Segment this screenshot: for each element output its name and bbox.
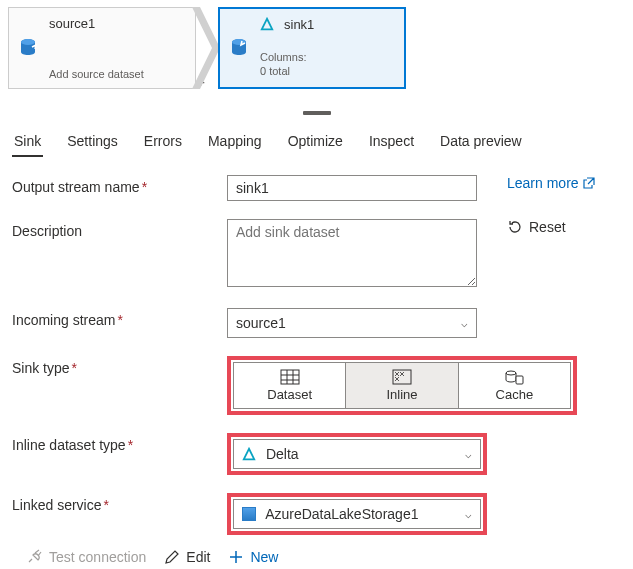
tab-errors[interactable]: Errors bbox=[142, 127, 184, 157]
flow-canvas: source1 Add source dataset + sink1 bbox=[0, 0, 633, 95]
svg-rect-7 bbox=[516, 376, 523, 384]
edit-button[interactable]: Edit bbox=[164, 549, 210, 565]
sink-type-group-highlight: Dataset Inline Cache bbox=[227, 356, 577, 415]
plus-icon bbox=[228, 549, 244, 565]
tab-sink[interactable]: Sink bbox=[12, 127, 43, 157]
database-sink-icon bbox=[227, 36, 251, 60]
storage-icon bbox=[242, 507, 256, 521]
tab-bar: Sink Settings Errors Mapping Optimize In… bbox=[0, 117, 633, 157]
inline-dataset-type-label: Inline dataset type* bbox=[12, 433, 227, 453]
tab-mapping[interactable]: Mapping bbox=[206, 127, 264, 157]
inline-dataset-highlight: Delta ⌵ bbox=[227, 433, 487, 475]
sink-type-cache[interactable]: Cache bbox=[459, 362, 571, 409]
delta-icon bbox=[260, 17, 274, 31]
tab-optimize[interactable]: Optimize bbox=[286, 127, 345, 157]
description-input[interactable] bbox=[227, 219, 477, 287]
external-link-icon bbox=[583, 177, 595, 189]
description-label: Description bbox=[12, 219, 227, 239]
linked-service-label: Linked service* bbox=[12, 493, 227, 513]
test-connection-button[interactable]: Test connection bbox=[27, 549, 146, 565]
tab-data-preview[interactable]: Data preview bbox=[438, 127, 524, 157]
sink-type-dataset[interactable]: Dataset bbox=[233, 362, 346, 409]
sink-node[interactable]: sink1 Columns: 0 total bbox=[218, 7, 406, 89]
sink-node-icon-col bbox=[220, 9, 258, 87]
source-node-icon-col bbox=[9, 8, 47, 88]
sink-columns-value: 0 total bbox=[260, 64, 398, 78]
panel-resize-handle[interactable] bbox=[0, 109, 633, 117]
output-stream-input[interactable] bbox=[227, 175, 477, 201]
sink-form: Output stream name* Learn more Descripti… bbox=[0, 157, 633, 569]
incoming-stream-label: Incoming stream* bbox=[12, 308, 227, 328]
sink-type-inline[interactable]: Inline bbox=[346, 362, 458, 409]
grid-icon bbox=[280, 369, 300, 385]
reset-button[interactable]: Reset bbox=[507, 219, 566, 235]
plug-icon bbox=[27, 549, 43, 565]
source-node-title: source1 bbox=[49, 16, 189, 31]
new-button[interactable]: New bbox=[228, 549, 278, 565]
source-node[interactable]: source1 Add source dataset + bbox=[8, 7, 196, 89]
source-node-subtitle: Add source dataset bbox=[49, 68, 189, 80]
output-stream-label: Output stream name* bbox=[12, 175, 227, 195]
cache-icon bbox=[504, 369, 524, 385]
sink-node-title: sink1 bbox=[284, 17, 314, 32]
tab-settings[interactable]: Settings bbox=[65, 127, 120, 157]
learn-more-link[interactable]: Learn more bbox=[507, 175, 595, 191]
database-icon bbox=[16, 36, 40, 60]
svg-point-6 bbox=[506, 371, 516, 375]
delta-icon bbox=[242, 447, 256, 461]
svg-point-1 bbox=[21, 39, 35, 45]
incoming-stream-select[interactable]: source1 ⌵ bbox=[227, 308, 477, 338]
linked-service-select[interactable]: AzureDataLakeStorage1 ⌵ bbox=[233, 499, 481, 529]
tab-inspect[interactable]: Inspect bbox=[367, 127, 416, 157]
chevron-down-icon: ⌵ bbox=[461, 317, 468, 330]
chevron-down-icon: ⌵ bbox=[465, 508, 472, 521]
linked-service-highlight: AzureDataLakeStorage1 ⌵ bbox=[227, 493, 487, 535]
sink-type-label: Sink type* bbox=[12, 356, 227, 376]
pencil-icon bbox=[164, 549, 180, 565]
sink-columns-label: Columns: bbox=[260, 50, 398, 64]
inline-dataset-type-select[interactable]: Delta ⌵ bbox=[233, 439, 481, 469]
svg-rect-5 bbox=[393, 370, 411, 384]
inline-icon bbox=[392, 369, 412, 385]
svg-rect-4 bbox=[281, 370, 299, 384]
chevron-down-icon: ⌵ bbox=[465, 448, 472, 461]
reset-icon bbox=[507, 219, 523, 235]
